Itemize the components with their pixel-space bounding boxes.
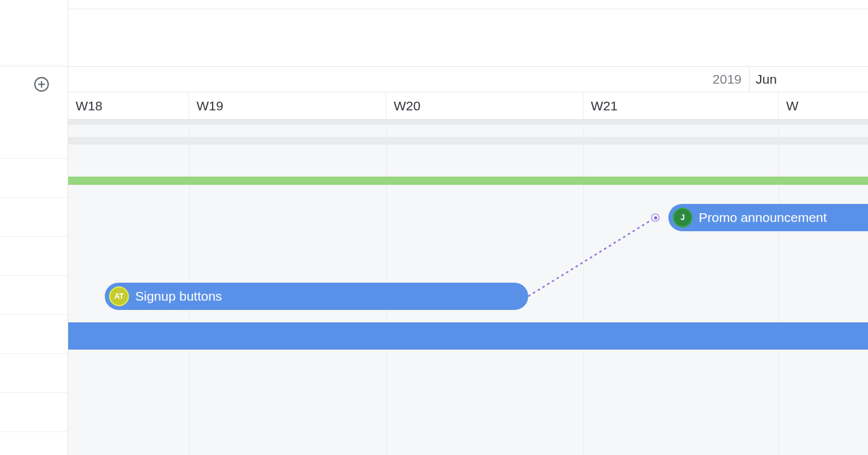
sidebar-header-gap	[0, 0, 68, 66]
timeline-header-weeks: W18W19W20W21W	[68, 92, 868, 120]
sidebar-row[interactable]	[0, 276, 68, 315]
week-column[interactable]: W20	[386, 92, 583, 119]
separator-band	[68, 137, 868, 144]
sidebar-rows	[0, 120, 68, 455]
week-column[interactable]: W	[779, 92, 868, 119]
year-label: 2019	[712, 72, 749, 87]
sidebar	[0, 0, 68, 455]
timeline-canvas[interactable]: ATSignup buttonsJPromo announcement	[68, 120, 868, 455]
week-column[interactable]: W19	[189, 92, 386, 119]
task-bar-signup-buttons[interactable]: ATSignup buttons	[105, 283, 528, 310]
grid-line	[779, 120, 779, 455]
sidebar-row[interactable]	[0, 354, 68, 393]
grid-line	[583, 120, 584, 455]
group-bar-green[interactable]	[68, 177, 868, 185]
add-button[interactable]	[33, 76, 50, 92]
avatar: J	[673, 208, 693, 228]
sidebar-row[interactable]	[0, 159, 68, 198]
top-divider	[0, 9, 868, 9]
task-bar-full[interactable]	[68, 322, 868, 350]
task-bar-promo-announcement[interactable]: JPromo announcement	[668, 204, 868, 231]
dependency-handle[interactable]	[651, 213, 660, 222]
week-column[interactable]: W21	[583, 92, 779, 119]
sidebar-row[interactable]	[0, 198, 68, 237]
sidebar-row[interactable]	[0, 237, 68, 276]
dependency-line	[522, 211, 662, 303]
plus-circle-icon	[33, 76, 50, 92]
sidebar-row[interactable]	[0, 120, 68, 159]
separator-band	[68, 120, 868, 125]
sidebar-row[interactable]	[0, 315, 68, 354]
svg-line-3	[528, 218, 655, 296]
avatar: AT	[109, 286, 129, 306]
task-label: Promo announcement	[699, 210, 827, 225]
month-label[interactable]: Jun	[749, 67, 868, 92]
sidebar-row[interactable]	[0, 393, 68, 432]
timeline-header-year: 2019 Jun	[68, 66, 868, 92]
task-label: Signup buttons	[135, 289, 222, 304]
week-column[interactable]: W18	[68, 92, 189, 119]
